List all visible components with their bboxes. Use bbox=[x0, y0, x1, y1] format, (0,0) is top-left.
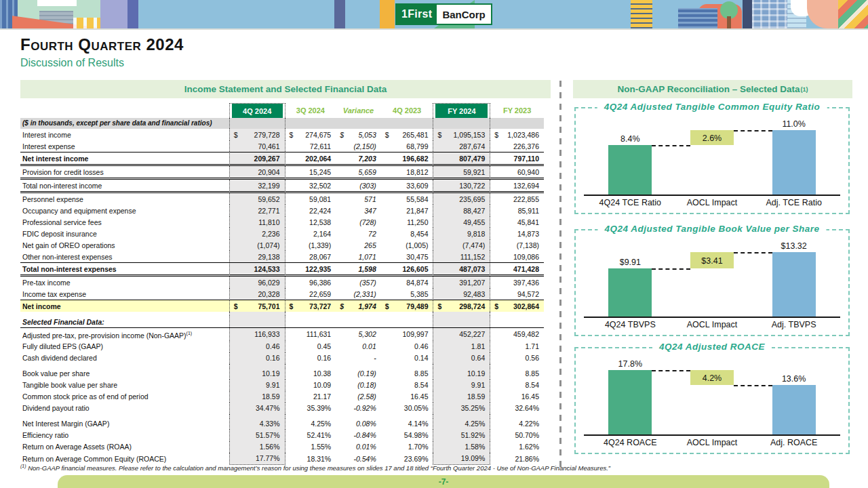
logo-first: 1First bbox=[397, 5, 437, 24]
cell-value bbox=[381, 316, 433, 327]
bar-value-label: $9.91 bbox=[589, 258, 671, 267]
row-label: Common stock price as of end of period bbox=[20, 391, 229, 403]
cell-value: 92,483 bbox=[433, 288, 490, 300]
table-row: Tangible book value per share9.9110.09(0… bbox=[20, 380, 544, 391]
cell-value: 571 bbox=[336, 193, 381, 205]
cell-value: 32,199 bbox=[229, 180, 285, 193]
cell-value: 7,203 bbox=[336, 152, 381, 166]
cell-value: 16.45 bbox=[490, 391, 544, 403]
cell-value: 0.16 bbox=[229, 352, 285, 364]
row-label: Professional service fees bbox=[20, 216, 229, 228]
cell-value: 23.69% bbox=[381, 453, 433, 465]
table-row: Return on Average Common Equity (ROACE)1… bbox=[20, 453, 544, 465]
cell-value: 8.85 bbox=[490, 368, 544, 380]
cell-value: 807,479 bbox=[433, 152, 490, 166]
bar-4q24-tce-ratio bbox=[608, 145, 652, 195]
footnote-marker: (1) bbox=[20, 464, 26, 468]
superscript: (1) bbox=[801, 86, 808, 93]
cell-value: -0.54% bbox=[336, 453, 381, 465]
cell-value: 51.57% bbox=[229, 430, 285, 441]
cell-value: 4.22% bbox=[490, 418, 544, 430]
cell-value: $79,489 bbox=[381, 300, 433, 312]
chart-title: 4Q24 Adjusted Tangible Common Equity Rat… bbox=[597, 102, 827, 112]
cell-value: 96,386 bbox=[285, 277, 336, 288]
table-row: Professional service fees11,81012,538(72… bbox=[20, 216, 544, 228]
table-row: Net interest income209,267202,0647,20319… bbox=[20, 152, 544, 166]
cell-value: 35.39% bbox=[285, 403, 336, 414]
cell-value: 196,682 bbox=[381, 152, 433, 166]
banner-shape bbox=[631, 0, 652, 28]
cell-value: 1.62% bbox=[490, 441, 544, 453]
cell-value: 88,427 bbox=[433, 205, 490, 216]
cell-value: (303) bbox=[336, 180, 381, 193]
bar-4q24-tbvps bbox=[608, 268, 652, 317]
table-row: Pre-tax income96,02996,386(357)84,874391… bbox=[20, 277, 544, 288]
column-header: Variance bbox=[336, 103, 381, 118]
cell-value: 15,245 bbox=[285, 166, 336, 180]
cell-value: 12,538 bbox=[285, 216, 336, 228]
connector-line bbox=[652, 145, 690, 146]
row-label: Other non-interest expenses bbox=[20, 251, 229, 262]
cell-value: 471,428 bbox=[490, 262, 544, 277]
waterfall-chart: 4Q24 Adjusted Tangible Book Value per Sh… bbox=[574, 229, 850, 336]
cell-value: 10.19 bbox=[229, 368, 285, 380]
cell-value: 59,652 bbox=[229, 193, 285, 205]
table-row: Selected Financial Data: bbox=[20, 316, 544, 327]
cell-value: 18,812 bbox=[381, 166, 433, 180]
connector-line bbox=[734, 130, 772, 131]
table-row: Efficiency ratio51.57%52.41%-0.84%54.98%… bbox=[20, 430, 544, 441]
page-subtitle: Discussion of Results bbox=[20, 57, 124, 69]
cell-value: 1.55% bbox=[285, 441, 336, 453]
row-label: Fully diluted EPS (GAAP) bbox=[20, 341, 229, 352]
cell-value: 18.59 bbox=[229, 391, 285, 403]
bar-value-label: 2.6% bbox=[671, 134, 753, 143]
cell-value bbox=[229, 316, 285, 327]
cell-value bbox=[336, 316, 381, 327]
bar-value-label: 17.8% bbox=[589, 359, 671, 369]
cell-value: $274,675 bbox=[285, 129, 336, 140]
cell-value: 10.09 bbox=[285, 380, 336, 391]
cell-value: 30.05% bbox=[381, 403, 433, 414]
cell-value: 0.46 bbox=[229, 341, 285, 352]
cell-value: (2,150) bbox=[336, 140, 381, 152]
banner-shape bbox=[37, 0, 77, 6]
cell-value: 5,302 bbox=[336, 327, 381, 341]
cell-value: 18.59 bbox=[433, 391, 490, 403]
cell-value: (2.58) bbox=[336, 391, 381, 403]
cell-value: $298,724 bbox=[433, 300, 490, 312]
table-row: Income tax expense20,32822,659(2,331)5,3… bbox=[20, 288, 544, 300]
row-label: Net income bbox=[20, 300, 229, 312]
cell-value: 1.56% bbox=[229, 441, 285, 453]
chart-canvas: $9.91$3.41$13.32 4Q24 TBVPSAOCL ImpactAd… bbox=[589, 241, 835, 331]
category-label: Adj. ROACE bbox=[753, 438, 835, 447]
cell-value: 0.56 bbox=[490, 352, 544, 364]
category-label: AOCL Impact bbox=[671, 198, 753, 207]
column-header: 3Q 2024 bbox=[285, 103, 336, 118]
column-header-blank bbox=[20, 103, 229, 118]
cell-value: 19.09% bbox=[433, 453, 490, 465]
page-title: Fourth Quarter 2024 bbox=[20, 35, 184, 54]
bar-value-label: 8.4% bbox=[589, 134, 671, 144]
cell-value: 30,475 bbox=[381, 251, 433, 262]
column-header: FY 2023 bbox=[490, 103, 544, 118]
cell-value: 59,921 bbox=[433, 166, 490, 180]
category-label: Adj. TCE Ratio bbox=[753, 198, 835, 207]
cell-value: 72,611 bbox=[285, 140, 336, 152]
table-row: Adjusted pre-tax, pre-provision income (… bbox=[20, 327, 544, 341]
cell-value: 60,940 bbox=[490, 166, 544, 180]
row-label: FDIC deposit insurance bbox=[20, 228, 229, 239]
category-label: 4Q24 TCE Ratio bbox=[589, 198, 671, 207]
row-label: Total non-interest expenses bbox=[20, 262, 229, 277]
cell-value: 84,874 bbox=[381, 277, 433, 288]
cell-value: 8.85 bbox=[381, 368, 433, 380]
table-row: Occupancy and equipment expense22,77122,… bbox=[20, 205, 544, 216]
connector-line bbox=[734, 252, 772, 253]
cell-value: 5,385 bbox=[381, 288, 433, 300]
cell-value: 20,904 bbox=[229, 166, 285, 180]
category-label: Adj. TBVPS bbox=[753, 320, 835, 329]
table-row: Net Interest Margin (GAAP)4.33%4.25%0.08… bbox=[20, 418, 544, 430]
cell-value: 20,328 bbox=[229, 288, 285, 300]
banner-shape bbox=[380, 0, 395, 28]
cell-value: 1.81 bbox=[433, 341, 490, 352]
cell-value: (0.18) bbox=[336, 380, 381, 391]
